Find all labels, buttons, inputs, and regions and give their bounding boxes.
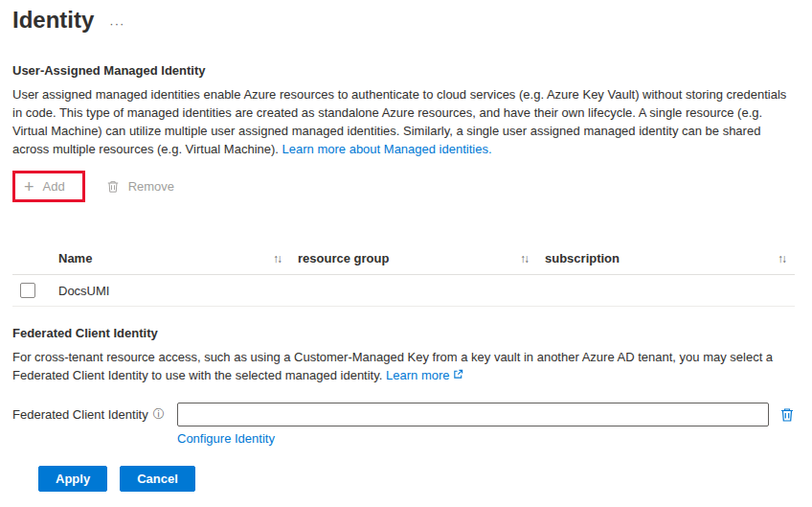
remove-button[interactable]: Remove: [101, 174, 180, 198]
fci-section-heading: Federated Client Identity: [12, 326, 795, 340]
table-cell-checkbox: [12, 275, 51, 307]
sort-icon: ↑↓: [273, 252, 282, 265]
identity-blade: Identity ··· User-Assigned Managed Ident…: [0, 0, 812, 492]
table-row[interactable]: DocsUMI: [12, 275, 795, 307]
federated-identity-input[interactable]: [177, 403, 769, 426]
sort-icon: ↑↓: [778, 252, 787, 265]
add-button[interactable]: + Add: [18, 174, 71, 198]
table-cell-name: DocsUMI: [51, 275, 290, 307]
more-menu-icon[interactable]: ···: [109, 16, 124, 35]
annotation-highlight: + Add: [12, 171, 85, 202]
fci-description: For cross-tenant resource access, such a…: [12, 348, 795, 384]
federated-identity-label: Federated Client Identity ⓘ: [12, 406, 177, 423]
uami-learn-more-link[interactable]: Learn more about Managed identities.: [282, 142, 492, 156]
column-header-subscription[interactable]: subscription ↑↓: [537, 242, 795, 275]
column-header-resource-group[interactable]: resource group ↑↓: [290, 242, 537, 275]
cancel-button[interactable]: Cancel: [120, 466, 195, 492]
add-button-label: Add: [43, 179, 65, 194]
remove-button-label: Remove: [128, 179, 174, 194]
table-cell-resource-group: [290, 275, 537, 307]
uami-section-heading: User-Assigned Managed Identity: [12, 63, 795, 78]
trash-icon: [106, 179, 120, 194]
info-icon[interactable]: ⓘ: [153, 406, 165, 423]
column-header-resource-group-label: resource group: [298, 251, 389, 265]
identities-table: Name ↑↓ resource group ↑↓ subscription ↑…: [12, 242, 795, 307]
delete-identity-icon[interactable]: [779, 406, 795, 423]
sort-icon: ↑↓: [520, 252, 530, 265]
checkbox-column-header: [12, 242, 51, 275]
table-cell-subscription: [537, 275, 795, 307]
column-header-name[interactable]: Name ↑↓: [51, 242, 290, 275]
uami-description: User assigned managed identities enable …: [12, 85, 795, 158]
column-header-subscription-label: subscription: [545, 251, 620, 265]
federated-identity-field-row: Federated Client Identity ⓘ: [12, 403, 795, 426]
fci-learn-more-link[interactable]: Learn more: [386, 368, 462, 382]
page-title: Identity: [12, 6, 94, 35]
row-checkbox[interactable]: [20, 283, 35, 298]
configure-identity-link[interactable]: Configure Identity: [177, 431, 275, 446]
plus-icon: +: [24, 180, 34, 194]
uami-toolbar: + Add Remove: [12, 171, 795, 202]
title-row: Identity ···: [12, 6, 795, 35]
external-link-icon: [453, 368, 463, 382]
apply-button[interactable]: Apply: [38, 466, 107, 492]
footer-actions: Apply Cancel: [38, 466, 795, 492]
table-header-row: Name ↑↓ resource group ↑↓ subscription ↑…: [12, 242, 795, 275]
configure-identity-row: Configure Identity: [177, 431, 795, 446]
column-header-name-label: Name: [58, 251, 92, 265]
